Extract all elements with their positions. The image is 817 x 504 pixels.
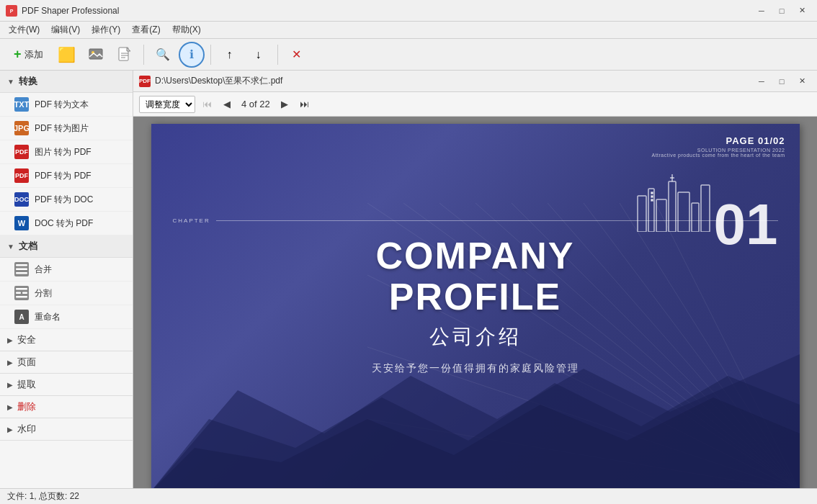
toolbar-separator [143,45,144,65]
sidebar-item-doc-to-pdf[interactable]: W DOC 转为 PDF [0,212,133,235]
pdf-to-pdf-label: PDF 转为 PDF [35,170,91,182]
pdf-subtitle: SOLUTION PRESENTATION 2022Attractive pro… [651,148,785,158]
section-security[interactable]: ▶ 安全 [0,329,133,351]
pdf-description: 天安给予您一份值得拥有的家庭风险管理 [372,362,579,375]
last-page-button[interactable]: ⏭ [296,96,313,113]
svg-rect-2 [89,49,102,59]
section-watermark[interactable]: ▶ 水印 [0,418,133,441]
section-delete[interactable]: ▶ 删除 [0,396,133,418]
first-page-button[interactable]: ⏮ [198,96,215,113]
pdf-cityscape [630,174,717,232]
txt-icon: TXT [14,97,29,112]
security-arrow: ▶ [7,336,13,344]
pdf-chapter-text: CHAPTER [173,217,210,224]
convert-arrow: ▼ [7,78,14,86]
pdf-big-number: 01 [714,196,778,253]
pdf-title-cn: 公司介绍 [372,323,579,351]
toolbar-doc-btn[interactable] [112,42,138,68]
pdf-page-number: PAGE 01/02 [651,135,785,146]
close-button[interactable]: ✕ [793,4,811,18]
merge-label: 合并 [35,264,52,276]
menu-operation[interactable]: 操作(Y) [86,22,126,37]
menu-help[interactable]: 帮助(X) [166,22,207,37]
menu-bar: 文件(W) 编辑(V) 操作(Y) 查看(Z) 帮助(X) [0,22,817,39]
document-label: 文档 [19,240,37,253]
section-document[interactable]: ▼ 文档 [0,235,133,258]
svg-rect-37 [701,185,710,232]
sidebar-item-pdf-to-pdf[interactable]: PDF PDF 转为 PDF [0,164,133,188]
move-down-button[interactable]: ↓ [246,42,272,68]
pdf-viewer: PDF D:\Users\Desktop\至果不求仁.pdf ─ □ ✕ 调整宽… [133,71,817,488]
viewer-content[interactable]: PAGE 01/02 SOLUTION PRESENTATION 2022Att… [133,117,817,488]
pages-label: 页面 [17,356,36,369]
pdf-to-pdf-icon: PDF [14,168,29,183]
sidebar-item-pdf-to-doc[interactable]: DOC PDF 转为 DOC [0,188,133,212]
viewer-minimize[interactable]: ─ [752,74,771,89]
rename-icon: A [14,310,29,324]
sidebar-item-split[interactable]: 分割 [0,282,133,305]
search-button[interactable]: 🔍 [150,42,176,68]
section-convert[interactable]: ▼ 转换 [0,71,133,93]
move-up-button[interactable]: ↑ [217,42,243,68]
image-to-pdf-icon: PDF [14,145,29,159]
extract-arrow: ▶ [7,381,13,389]
svg-rect-8 [16,264,27,266]
svg-rect-14 [16,296,27,298]
minimize-button[interactable]: ─ [752,4,771,18]
svg-rect-31 [638,196,646,232]
delete-section-label: 删除 [17,400,36,413]
document-arrow: ▼ [7,243,14,251]
zoom-select[interactable]: 调整宽度 50% 75% 100% 125% 150% [139,96,195,113]
delete-arrow: ▶ [7,403,13,411]
svg-rect-11 [16,288,27,290]
sidebar-item-pdf-to-text[interactable]: TXT PDF 转为文本 [0,93,133,117]
pdf-to-text-label: PDF 转为文本 [35,99,89,111]
viewer-title-bar: PDF D:\Users\Desktop\至果不求仁.pdf ─ □ ✕ [133,71,817,92]
sidebar-item-pdf-to-image[interactable]: JPG PDF 转为图片 [0,117,133,140]
pdf-page-info: PAGE 01/02 SOLUTION PRESENTATION 2022Att… [651,135,785,158]
menu-edit[interactable]: 编辑(V) [45,22,86,37]
svg-rect-40 [651,192,653,194]
status-bar: 文件: 1, 总页数: 22 [0,488,817,504]
pdf-to-doc-label: PDF 转为 DOC [35,194,93,206]
prev-page-button[interactable]: ◀ [218,96,236,113]
svg-rect-41 [651,196,653,197]
doc-to-pdf-label: DOC 转为 PDF [35,217,93,230]
image-to-pdf-label: 图片 转为 PDF [35,146,91,158]
svg-rect-34 [669,181,676,232]
viewer-maximize[interactable]: □ [772,74,791,89]
toolbar-separator3 [277,45,278,65]
watermark-arrow: ▶ [7,426,13,433]
delete-button[interactable]: ✕ [284,42,310,68]
next-page-button[interactable]: ▶ [276,96,293,113]
split-icon [14,286,29,300]
split-label: 分割 [35,287,52,300]
maximize-button[interactable]: □ [772,4,791,18]
viewer-close[interactable]: ✕ [793,74,811,89]
toolbar-separator2 [210,45,211,65]
svg-rect-12 [16,292,21,294]
menu-file[interactable]: 文件(W) [3,22,45,37]
sidebar-item-merge[interactable]: 合并 [0,258,133,282]
add-label: 添加 [24,48,43,61]
rename-label: 重命名 [35,311,61,323]
pdf-main-title: COMPANY PROFILE 公司介绍 天安给予您一份值得拥有的家庭风险管理 [372,235,579,375]
add-icon: + [14,47,22,62]
section-pages[interactable]: ▶ 页面 [0,351,133,374]
status-text: 文件: 1, 总页数: 22 [7,490,79,503]
app-icon: P [6,5,17,17]
viewer-title: D:\Users\Desktop\至果不求仁.pdf [155,75,748,87]
extract-label: 提取 [17,378,36,391]
sidebar-item-rename[interactable]: A 重命名 [0,305,133,329]
doc-icon: DOC [14,192,29,207]
main-layout: ▼ 转换 TXT PDF 转为文本 JPG PDF 转为图片 PDF 图片 转为… [0,71,817,488]
toolbar-yellow-btn[interactable]: 🟨 [54,42,80,68]
add-button[interactable]: + 添加 [6,43,51,66]
section-extract[interactable]: ▶ 提取 [0,374,133,396]
info-button[interactable]: ℹ [179,42,205,68]
svg-rect-32 [648,189,654,232]
sidebar-item-image-to-pdf[interactable]: PDF 图片 转为 PDF [0,140,133,164]
menu-view[interactable]: 查看(Z) [126,22,166,37]
merge-icon [14,262,29,276]
toolbar-image-btn[interactable] [83,42,109,68]
